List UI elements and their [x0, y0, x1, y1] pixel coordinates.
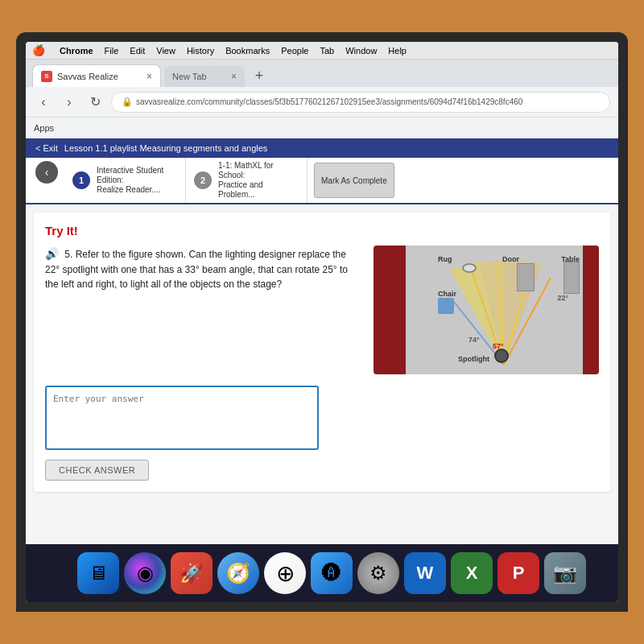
lesson-breadcrumb: Lesson 1.1 playlist Measuring segments a… — [64, 143, 268, 153]
menu-help[interactable]: Help — [388, 46, 407, 56]
screen: 🍎 Chrome File Edit View History Bookmark… — [26, 42, 618, 602]
angle-74-label: 74° — [469, 336, 480, 344]
bookmarks-bar: Apps — [26, 118, 618, 138]
reload-button[interactable]: ↻ — [85, 93, 105, 112]
step-1-text: Interactive Student Edition: Realize Rea… — [97, 166, 177, 195]
savvas-header: < Exit Lesson 1.1 playlist Measuring seg… — [26, 138, 618, 158]
dock-powerpoint[interactable]: P — [497, 552, 539, 594]
lesson-step-2[interactable]: 2 1-1: MathXL for School: Practice and P… — [186, 158, 308, 203]
try-it-section: Try It! 🔊 5. Refer to the figure shown. … — [34, 213, 610, 492]
menu-bookmarks[interactable]: Bookmarks — [225, 46, 270, 56]
menu-edit[interactable]: Edit — [130, 46, 145, 56]
dock-appstore[interactable]: 🅐 — [311, 552, 353, 594]
chrome-window: S Savvas Realize × New Tab × + ‹ › ↻ 🔒 s… — [26, 60, 618, 544]
step-1-number: 1 — [72, 171, 90, 189]
tab-savvas-close[interactable]: × — [147, 71, 152, 82]
question-area: 🔊 5. Refer to the figure shown. Can the … — [45, 246, 599, 374]
dock-launchpad[interactable]: 🚀 — [171, 552, 213, 594]
menu-people[interactable]: People — [281, 46, 308, 56]
step-2-text: 1-1: MathXL for School: Practice and Pro… — [218, 161, 299, 200]
tab-bar: S Savvas Realize × New Tab × + — [26, 60, 618, 87]
chair-object — [438, 298, 454, 314]
menu-file[interactable]: File — [105, 46, 119, 56]
exit-button[interactable]: < Exit — [35, 143, 58, 153]
back-button[interactable]: ‹ — [34, 93, 53, 112]
url-bar[interactable]: 🔒 savvasrealize.com/community/classes/5f… — [111, 92, 610, 113]
dock-word[interactable]: W — [404, 552, 446, 594]
rug-object — [462, 263, 477, 273]
dock-misc[interactable]: 📷 — [544, 552, 586, 594]
table-object — [564, 262, 580, 294]
dock-siri[interactable]: ◉ — [124, 552, 166, 594]
macos-menu-bar: 🍎 Chrome File Edit View History Bookmark… — [26, 42, 618, 60]
menu-view[interactable]: View — [156, 46, 175, 56]
spotlight-label: Spotlight — [458, 355, 489, 363]
dock-safari[interactable]: 🧭 — [217, 552, 259, 594]
step-2-number: 2 — [194, 171, 212, 189]
lesson-back-button[interactable]: ‹ — [35, 161, 58, 184]
address-bar: ‹ › ↻ 🔒 savvasrealize.com/community/clas… — [26, 87, 618, 118]
tab-newtab-label: New Tab — [172, 72, 207, 81]
question-text: 🔊 5. Refer to the figure shown. Can the … — [45, 246, 361, 374]
lesson-nav: ‹ 1 Interactive Student Edition: Realize… — [26, 158, 618, 204]
answer-input[interactable] — [45, 386, 319, 450]
chair-label: Chair — [438, 290, 456, 298]
tab-savvas[interactable]: S Savvas Realize × — [32, 64, 161, 87]
speaker-icon[interactable]: 🔊 — [45, 247, 59, 260]
url-text: savvasrealize.com/community/classes/5f3b… — [136, 97, 522, 106]
dock-finder[interactable]: 🖥 — [77, 552, 119, 594]
apple-logo-icon[interactable]: 🍎 — [32, 44, 45, 56]
lock-icon: 🔒 — [122, 97, 133, 107]
rug-label: Rug — [438, 255, 452, 263]
tab-new-tab[interactable]: New Tab × — [164, 66, 245, 87]
menu-tab[interactable]: Tab — [320, 46, 334, 56]
question-body: Refer to the figure shown. Can the light… — [45, 249, 348, 290]
new-tab-button[interactable]: + — [248, 64, 270, 87]
angle-22-label: 22° — [557, 294, 568, 302]
forward-button[interactable]: › — [60, 93, 79, 112]
tab-savvas-label: Savvas Realize — [57, 72, 118, 81]
menu-window[interactable]: Window — [345, 46, 377, 56]
apps-label[interactable]: Apps — [34, 123, 54, 133]
check-answer-button[interactable]: CHECK ANSWER — [45, 460, 149, 481]
door-label: Door — [502, 255, 519, 263]
page-content: < Exit Lesson 1.1 playlist Measuring seg… — [26, 138, 618, 544]
angle-57-label: 57° — [493, 342, 504, 350]
savvas-favicon: S — [41, 71, 52, 82]
laptop-frame: 🍎 Chrome File Edit View History Bookmark… — [16, 32, 628, 612]
question-number: 5. — [64, 249, 72, 260]
macos-dock: 🖥 ◉ 🚀 🧭 ⊕ 🅐 ⚙ W X P 📷 — [26, 544, 618, 602]
tab-newtab-close[interactable]: × — [231, 71, 237, 82]
mark-complete-button[interactable]: Mark As Complete — [314, 163, 394, 198]
menu-history[interactable]: History — [187, 46, 214, 56]
door-object — [517, 263, 535, 291]
try-it-title: Try It! — [45, 224, 599, 237]
dock-excel[interactable]: X — [451, 552, 493, 594]
stage-diagram: Rug Door Table Chair Spotlight 74° — [374, 246, 599, 374]
lesson-step-1[interactable]: 1 Interactive Student Edition: Realize R… — [64, 158, 186, 203]
dock-system-prefs[interactable]: ⚙ — [357, 552, 399, 594]
menu-chrome[interactable]: Chrome — [60, 46, 93, 56]
spotlight-object — [494, 349, 509, 363]
dock-chrome[interactable]: ⊕ — [264, 552, 306, 594]
